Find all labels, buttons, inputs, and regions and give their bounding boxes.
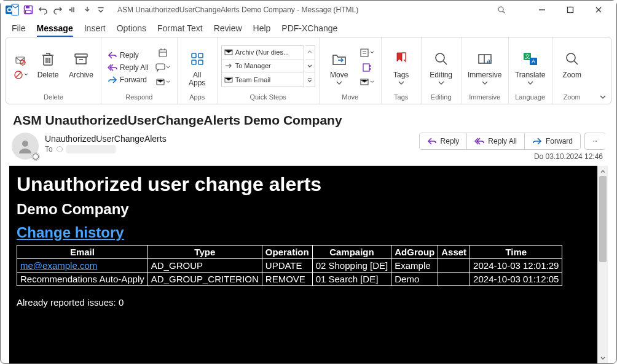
message-date: Do 03.10.2024 12:46 [534, 152, 605, 161]
header-forward-button[interactable]: Forward [525, 133, 580, 149]
move-button[interactable]: Move [323, 45, 355, 87]
ribbon-group-zoom: Zoom Zoom [552, 37, 592, 104]
maximize-button[interactable] [556, 1, 584, 19]
junk-icon[interactable] [10, 68, 31, 82]
archive-label: Archive [69, 71, 93, 87]
ribbon-group-language: 文A Translate Language [509, 37, 552, 104]
svg-rect-15 [159, 50, 167, 56]
ribbon-group-apps: All Apps Apps [178, 37, 218, 104]
delete-button[interactable]: Delete [32, 45, 64, 87]
quick-step-to-manager[interactable]: To Manager [222, 60, 304, 73]
tags-button[interactable]: Tags [385, 45, 417, 87]
all-apps-label: All Apps [189, 71, 205, 87]
immersive-button[interactable]: Immersive [465, 45, 505, 87]
email-link[interactable]: me@example.com [20, 260, 97, 271]
sender-avatar[interactable] [12, 133, 39, 160]
scroll-down-icon[interactable] [598, 353, 608, 363]
all-apps-button[interactable]: All Apps [181, 45, 213, 87]
svg-point-38 [595, 141, 595, 141]
qat-chevron-down-icon[interactable] [82, 4, 93, 15]
meeting-reply-icon[interactable] [152, 46, 173, 60]
reply-button[interactable]: Reply [105, 50, 151, 61]
svg-rect-19 [198, 53, 203, 58]
actions-icon[interactable] [356, 76, 377, 89]
cell-operation: REMOVE [262, 273, 312, 286]
message-body-container: Unauthorized user change alerts Demo Com… [9, 166, 608, 363]
col-campaign: Campaign [312, 246, 391, 259]
cell-campaign: 01 Search [DE] [312, 273, 391, 286]
message-header: UnauthorizedUserChangeAlerts To Reply Re… [9, 133, 608, 163]
outlook-app-icon [6, 4, 19, 16]
forward-button[interactable]: Forward [105, 74, 151, 85]
scroll-up-icon[interactable] [598, 166, 608, 176]
quick-step-team-email[interactable]: Team Email [222, 73, 304, 86]
cell-email: me@example.com [17, 259, 148, 273]
svg-point-36 [33, 154, 39, 160]
quick-steps-scroll[interactable] [305, 45, 315, 87]
zoom-button[interactable]: Zoom [556, 45, 588, 87]
tab-insert[interactable]: Insert [84, 21, 106, 37]
svg-point-34 [567, 53, 575, 62]
rules-icon[interactable] [356, 46, 377, 60]
tab-format-text[interactable]: Format Text [157, 21, 203, 37]
group-label-zoom: Zoom [564, 92, 581, 103]
minimize-button[interactable] [528, 1, 556, 19]
tab-message[interactable]: Message [37, 21, 73, 37]
scroll-thumb[interactable] [599, 176, 607, 262]
ribbon-collapse-icon[interactable] [599, 93, 607, 101]
sender-name[interactable]: UnauthorizedUserChangeAlerts [45, 134, 413, 144]
tab-file[interactable]: File [12, 21, 26, 37]
save-icon[interactable] [23, 4, 34, 15]
message-subject: ASM UnauthorizedUserChangeAlerts Demo Co… [9, 113, 608, 133]
ribbon-group-tags: Tags Tags [382, 37, 422, 104]
col-operation: Operation [262, 246, 312, 259]
undo-icon[interactable] [37, 4, 49, 15]
svg-point-39 [596, 141, 597, 141]
tab-options[interactable]: Options [117, 21, 146, 37]
im-reply-icon[interactable] [152, 61, 173, 74]
col-time: Time [470, 246, 562, 259]
recipients-line: To [45, 145, 413, 153]
more-respond-icon[interactable] [152, 76, 173, 89]
archive-button[interactable]: Archive [65, 45, 97, 87]
svg-point-35 [22, 141, 28, 147]
onenote-icon[interactable] [356, 61, 377, 74]
group-label-language: Language [515, 92, 545, 103]
redo-icon[interactable] [52, 4, 63, 15]
header-reply-all-button[interactable]: Reply All [467, 133, 525, 149]
svg-point-6 [69, 9, 71, 10]
tab-help[interactable]: Help [253, 21, 271, 37]
header-more-button[interactable] [584, 133, 605, 150]
cell-adgroup: Demo [391, 273, 438, 286]
editing-button[interactable]: Editing [425, 45, 457, 87]
qat-overflow-icon[interactable] [96, 4, 105, 15]
close-button[interactable] [584, 1, 613, 19]
cell-time: 2024-10-03 12:01:29 [470, 259, 562, 273]
quick-step-archiv[interactable]: Archiv (Nur dies... [222, 46, 304, 60]
group-label-quick-steps: Quick Steps [250, 92, 286, 103]
qs-scroll-down-icon[interactable] [305, 60, 315, 73]
ribbon: Delete Archive Delete Reply Reply All Fo… [6, 37, 611, 104]
change-history-link[interactable]: Change history [17, 224, 124, 241]
translate-button[interactable]: 文A Translate [513, 45, 548, 87]
svg-rect-24 [361, 49, 368, 56]
message-area: ASM UnauthorizedUserChangeAlerts Demo Co… [1, 113, 616, 363]
reply-all-button[interactable]: Reply All [105, 62, 151, 73]
tab-pdf-xchange[interactable]: PDF-XChange [281, 21, 337, 37]
ribbon-group-delete: Delete Archive Delete [6, 37, 101, 104]
ribbon-tabs: File Message Insert Options Format Text … [1, 19, 616, 39]
search-icon[interactable] [487, 1, 516, 19]
header-reply-button[interactable]: Reply [420, 133, 468, 149]
quick-steps-gallery[interactable]: Archiv (Nur dies... To Manager Team Emai… [221, 45, 304, 87]
table-row: Recommendations Auto-ApplyAD_GROUP_CRITE… [17, 273, 562, 286]
touch-mode-icon[interactable] [67, 4, 78, 15]
col-type: Type [147, 246, 262, 259]
cell-operation: UPDATE [262, 259, 312, 273]
vertical-scrollbar[interactable] [597, 166, 608, 363]
qs-scroll-up-icon[interactable] [305, 46, 315, 60]
tab-review[interactable]: Review [214, 21, 242, 37]
qs-expand-icon[interactable] [305, 73, 315, 86]
ignore-icon[interactable] [10, 53, 31, 67]
svg-rect-8 [568, 7, 573, 13]
group-label-apps: Apps [189, 92, 205, 103]
